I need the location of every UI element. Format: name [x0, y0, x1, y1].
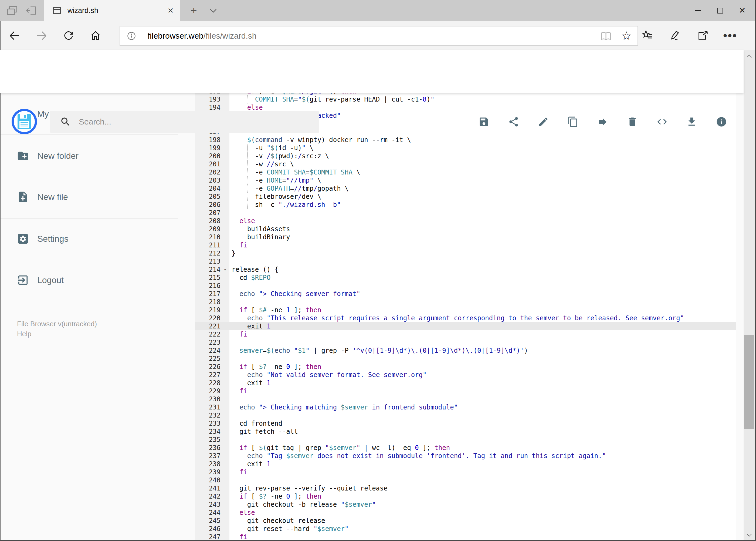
back-button[interactable]	[5, 26, 24, 45]
annotate-pen-icon[interactable]	[665, 26, 685, 45]
home-button[interactable]	[86, 26, 105, 45]
window-maximize-button[interactable]	[709, 0, 731, 21]
code-line-223[interactable]: 223	[195, 338, 736, 346]
code-line-211[interactable]: 211 fi	[195, 241, 736, 249]
copy-button[interactable]	[567, 116, 579, 128]
save-button[interactable]	[478, 116, 490, 128]
code-line-227[interactable]: 227 echo "Not valid semver format. See s…	[195, 371, 736, 379]
url-text[interactable]: filebrowser.web/files/wizard.sh	[147, 31, 597, 41]
code-line-210[interactable]: 210 buildBinary	[195, 233, 736, 241]
filebrowser-logo[interactable]	[12, 109, 37, 134]
code-line-234[interactable]: 234 git fetch --all	[195, 427, 736, 436]
code-line-212[interactable]: 212}	[195, 249, 736, 258]
info-button[interactable]	[716, 116, 727, 128]
new-tab-button[interactable]: +	[186, 0, 202, 21]
sidebar-item-logout[interactable]: Logout	[0, 268, 195, 292]
rename-button[interactable]	[538, 116, 549, 128]
code-text: cd $REPO	[232, 273, 271, 282]
code-line-216[interactable]: 216	[195, 282, 736, 290]
scroll-down-icon[interactable]	[744, 529, 755, 541]
code-line-222[interactable]: 222 fi	[195, 330, 736, 338]
code-editor[interactable]: 192 if [ -d "$REPO/.git" ]; then193 COMM…	[195, 93, 736, 541]
sidebar-item-settings[interactable]: Settings	[0, 227, 195, 251]
code-line-237[interactable]: 237 echo "Tag $semver does not exist in …	[195, 452, 736, 460]
delete-button[interactable]	[627, 116, 638, 128]
fold-toggle-icon[interactable]: ▾	[221, 266, 229, 273]
tab-dropdown-icon[interactable]	[205, 0, 221, 21]
code-line-205[interactable]: 205 filebrowser/dev \	[195, 193, 736, 201]
code-line-204[interactable]: 204 -e GOPATH=//tmp/gopath \	[195, 185, 736, 193]
download-button[interactable]	[686, 116, 697, 128]
scroll-up-icon[interactable]	[744, 50, 755, 62]
code-line-201[interactable]: 201 -w //src \	[195, 160, 736, 168]
tab-close-icon[interactable]: ✕	[165, 5, 176, 16]
code-line-221[interactable]: 221 exit 1	[195, 322, 736, 330]
note-add-icon	[17, 191, 29, 203]
code-line-239[interactable]: 239 fi	[195, 468, 736, 476]
code-line-241[interactable]: 241 git rev-parse --verify --quiet relea…	[195, 484, 736, 492]
code-line-225[interactable]: 225	[195, 355, 736, 363]
favorite-star-icon[interactable]: ☆	[618, 28, 635, 44]
scrollbar-thumb[interactable]	[744, 335, 754, 429]
code-text: -w //src \	[232, 160, 294, 168]
move-button[interactable]	[597, 116, 609, 128]
code-line-200[interactable]: 200 -v /$(pwd):/src:z \	[195, 152, 736, 160]
address-bar[interactable]: filebrowser.web/files/wizard.sh ☆	[120, 26, 638, 46]
code-line-246[interactable]: 246 git reset --hard "$semver"	[195, 525, 736, 533]
code-line-245[interactable]: 245 git checkout release	[195, 517, 736, 525]
code-line-233[interactable]: 233 cd frontend	[195, 419, 736, 427]
code-line-219[interactable]: 219 if [ $# -ne 1 ]; then	[195, 306, 736, 314]
code-line-218[interactable]: 218	[195, 298, 736, 306]
code-line-206[interactable]: 206 sh -c "./wizard.sh -b"	[195, 201, 736, 209]
code-line-193[interactable]: 193 COMMIT_SHA="$(git rev-parse HEAD | c…	[195, 95, 736, 104]
window-close-button[interactable]: ✕	[731, 0, 753, 21]
share-file-button[interactable]	[508, 116, 519, 128]
code-line-232[interactable]: 232	[195, 411, 736, 419]
code-line-236[interactable]: 236 if [ $(git tag | grep "$semver" | wc…	[195, 444, 736, 452]
help-link[interactable]: Help	[17, 329, 97, 339]
code-line-228[interactable]: 228 exit 1	[195, 379, 736, 387]
code-line-230[interactable]: 230	[195, 395, 736, 403]
share-icon[interactable]	[693, 26, 712, 45]
site-info-icon[interactable]	[120, 31, 143, 41]
code-line-207[interactable]: 207	[195, 209, 736, 217]
code-line-217[interactable]: 217 echo "> Checking semver format"	[195, 290, 736, 298]
reading-view-icon[interactable]	[597, 28, 615, 44]
code-line-213[interactable]: 213	[195, 258, 736, 266]
code-line-220[interactable]: 220 echo "This release script requires a…	[195, 314, 736, 322]
set-tabs-aside-icon[interactable]	[25, 4, 38, 17]
tab-preview-icon[interactable]	[6, 4, 18, 17]
code-line-199[interactable]: 199 -u "$(id -u)" \	[195, 144, 736, 152]
forward-button[interactable]	[32, 26, 51, 45]
favorites-hub-icon[interactable]	[638, 26, 657, 45]
refresh-button[interactable]	[59, 26, 78, 45]
code-line-194[interactable]: 194 else	[195, 104, 736, 112]
sidebar-item-new-folder[interactable]: New folder	[0, 144, 195, 168]
window-minimize-button[interactable]	[687, 0, 709, 21]
code-line-226[interactable]: 226 if [ $? -ne 0 ]; then	[195, 363, 736, 371]
code-line-235[interactable]: 235	[195, 436, 736, 444]
code-line-243[interactable]: 243 git checkout -b release "$semver"	[195, 500, 736, 509]
switch-view-button[interactable]	[656, 116, 668, 128]
page-scrollbar[interactable]	[744, 50, 755, 541]
code-line-215[interactable]: 215 cd $REPO	[195, 273, 736, 282]
code-line-209[interactable]: 209 buildAssets	[195, 225, 736, 233]
code-line-202[interactable]: 202 -e COMMIT_SHA=$COMMIT_SHA \	[195, 168, 736, 176]
code-line-224[interactable]: 224 semver=$(echo "$1" | grep -P '^v(0|[…	[195, 346, 736, 355]
code-line-192[interactable]: 192 if [ -d "$REPO/.git" ]; then	[195, 93, 736, 95]
code-line-240[interactable]: 240	[195, 476, 736, 484]
code-line-208[interactable]: 208 else	[195, 217, 736, 225]
code-text: else	[232, 104, 263, 112]
code-line-231[interactable]: 231 echo "> Checking matching $semver in…	[195, 403, 736, 411]
browser-tab[interactable]: wizard.sh ✕	[44, 0, 180, 21]
code-line-203[interactable]: 203 -e HOME="//tmp" \	[195, 176, 736, 185]
more-menu-icon[interactable]: •••	[720, 26, 740, 45]
code-line-198[interactable]: 198 $(command -v winpty) docker run --rm…	[195, 136, 736, 144]
code-line-214[interactable]: 214▾release () {	[195, 266, 736, 273]
code-line-229[interactable]: 229 fi	[195, 387, 736, 395]
code-line-238[interactable]: 238 exit 1	[195, 460, 736, 468]
code-line-244[interactable]: 244 else	[195, 509, 736, 517]
search-box[interactable]: Search...	[50, 111, 319, 133]
code-line-242[interactable]: 242 if [ $? -ne 0 ]; then	[195, 492, 736, 500]
sidebar-item-new-file[interactable]: New file	[0, 185, 195, 209]
